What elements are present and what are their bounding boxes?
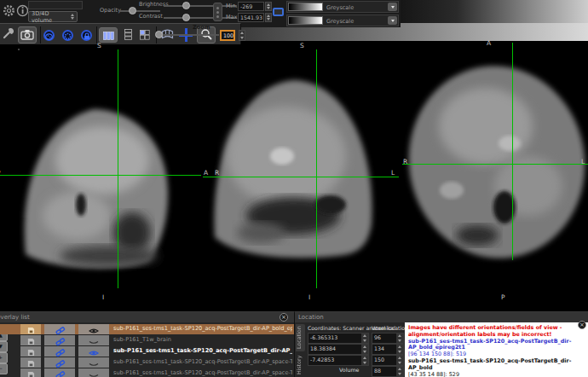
axial-crosshair-vertical[interactable] bbox=[512, 43, 513, 260]
location-panel: Location Location History Coordinates: S… bbox=[294, 311, 588, 377]
axial-brain-image bbox=[401, 41, 588, 311]
volume-field[interactable]: 88 bbox=[372, 366, 404, 377]
colormap-gradient-2 bbox=[288, 16, 323, 25]
zoom-spinner[interactable] bbox=[239, 30, 245, 41]
overlay-list-item[interactable]: sub-P161_ses-tms1_task-SP120_acq-PostTar… bbox=[0, 368, 294, 377]
coord-y-spinner[interactable] bbox=[361, 345, 368, 354]
contrast-label: Contrast bbox=[139, 13, 163, 20]
tab-history[interactable]: History bbox=[296, 353, 305, 377]
voxel-z-spinner[interactable] bbox=[396, 356, 403, 365]
overlay-list-item[interactable]: sub-P161_ses-tms1_task-SP120_acq-PostTar… bbox=[0, 357, 294, 368]
info-icon bbox=[16, 4, 29, 20]
overlay-name-combo[interactable]: sub-P161_ses-tms1_task-SP bbox=[28, 1, 83, 9]
volume-spinner[interactable] bbox=[396, 367, 403, 376]
voxel-x-value: 96 bbox=[372, 334, 396, 343]
overlay-type-label: 3D/4D volume bbox=[32, 10, 71, 24]
brightness-slider-thumb[interactable] bbox=[182, 2, 190, 9]
coronal-label-bottom: I bbox=[308, 293, 310, 301]
link-overlay-button[interactable] bbox=[44, 368, 75, 377]
overlay-list-item[interactable]: sub-P161_T1w_brain bbox=[0, 335, 294, 345]
coord-z-field[interactable]: -7.42853 bbox=[308, 355, 369, 366]
voxel-y-spinner[interactable] bbox=[396, 345, 403, 354]
sagittal-crosshair-vertical[interactable] bbox=[118, 49, 118, 288]
overlay-type-combo[interactable]: 3D/4D volume bbox=[28, 11, 78, 22]
coord-y-field[interactable]: 18.38384 bbox=[308, 344, 369, 355]
overlay-list-panel: Overlay list × ▲ ▼ + − sub-P161_ses-tms1… bbox=[0, 311, 294, 377]
sagittal-label-right: A bbox=[204, 169, 208, 177]
zoom-value-field[interactable]: 100 bbox=[220, 30, 235, 41]
link-display-range-toggle[interactable] bbox=[273, 8, 284, 16]
coord-z-spinner[interactable] bbox=[361, 356, 368, 365]
colormap-dropdown-1[interactable] bbox=[388, 3, 397, 11]
axial-label-bottom: P bbox=[501, 293, 505, 301]
sagittal-canvas[interactable] bbox=[0, 41, 201, 311]
overlay-list-item[interactable]: sub-P161_ses-tms1_task-SP120_acq-PostTar… bbox=[0, 346, 294, 357]
opacity-label: Opacity bbox=[100, 7, 121, 14]
eye-closed-icon bbox=[89, 366, 99, 377]
coord-x-spinner[interactable] bbox=[361, 334, 368, 343]
opacity-slider[interactable] bbox=[119, 10, 160, 12]
voxel-y-field[interactable]: 134 bbox=[372, 344, 404, 355]
lock-panel-button[interactable] bbox=[81, 30, 92, 41]
opacity-slider-thumb[interactable] bbox=[129, 7, 136, 14]
coord-x-value: -6.365313 bbox=[308, 334, 361, 343]
colormap-dropdown-2[interactable] bbox=[388, 16, 397, 25]
location-info-panel: Images have different orientations/field… bbox=[405, 322, 588, 377]
coronal-crosshair-horizontal[interactable] bbox=[203, 177, 399, 177]
colormap-row-2: Greyscale bbox=[286, 14, 399, 26]
axial-label-right: L bbox=[581, 158, 585, 165]
overlay-name-text: sub-P161_ses-tms1_task-SP120_acq-PostTar… bbox=[113, 358, 292, 365]
coord-x-field[interactable]: -6.365313 bbox=[308, 333, 369, 344]
overlay-name-text: sub-P161_ses-tms1_task-SP120_acq-PostTar… bbox=[113, 369, 292, 376]
close-icon[interactable]: × bbox=[280, 313, 288, 322]
overlay-info-button[interactable] bbox=[15, 5, 29, 19]
sagittal-label-bottom: I bbox=[102, 293, 104, 301]
max-spinner[interactable] bbox=[265, 13, 272, 22]
min-value-field[interactable]: -269 bbox=[238, 2, 264, 11]
coord-y-value: 18.38384 bbox=[308, 345, 361, 354]
voxel-z-field[interactable]: 150 bbox=[372, 355, 404, 366]
coord-z-value: -7.42853 bbox=[308, 356, 361, 365]
visibility-toggle[interactable] bbox=[78, 368, 109, 377]
contrast-slider-thumb[interactable] bbox=[182, 14, 190, 21]
max-value-field[interactable]: 1541.93 bbox=[238, 13, 264, 22]
coronal-label-right: L bbox=[391, 169, 395, 177]
zoom-slider[interactable] bbox=[156, 34, 219, 36]
coronal-crosshair-vertical[interactable] bbox=[316, 49, 317, 288]
overlay-name-text: sub-P161_T1w_brain bbox=[113, 336, 292, 343]
brightness-contrast-grip[interactable] bbox=[213, 3, 222, 21]
save-icon bbox=[27, 366, 35, 377]
save-overlay-button[interactable] bbox=[20, 368, 41, 377]
volume-label: Volume bbox=[339, 367, 359, 373]
axial-crosshair-horizontal[interactable] bbox=[402, 164, 588, 165]
axial-canvas[interactable] bbox=[401, 41, 588, 311]
overlay2-name-text: sub-P161_ses-tms1_task-SP120_acq-PostTar… bbox=[408, 358, 585, 372]
overlay-list-item[interactable]: sub-P161_ses-tms1_task-SP120_acq-PostTar… bbox=[0, 324, 294, 334]
voxel-x-field[interactable]: 96 bbox=[372, 333, 404, 344]
overlay-name-text: sub-P161_ses-tms1_task-SP120_acq-PostTar… bbox=[113, 325, 292, 332]
sagittal-brain-image bbox=[0, 41, 201, 311]
sagittal-crosshair-horizontal[interactable] bbox=[0, 175, 201, 176]
location-titlebar: Location bbox=[295, 312, 588, 322]
location-title: Location bbox=[298, 314, 324, 321]
overlay-list-title: Overlay list bbox=[0, 314, 30, 321]
volume-value: 88 bbox=[372, 367, 396, 376]
axial-label-top: A bbox=[487, 39, 491, 47]
overlay-settings-panel-button[interactable] bbox=[62, 30, 73, 41]
min-spinner[interactable] bbox=[265, 2, 272, 11]
fsleyes-window: sub-P161_ses-tms1_task-SP 3D/4D volume O… bbox=[0, 0, 588, 377]
overlay1-name-text: sub-P161_ses-tms1_task-SP120_acq-PostTar… bbox=[408, 339, 585, 352]
zoom-slider-thumb[interactable] bbox=[155, 31, 163, 38]
coronal-label-left: R bbox=[215, 169, 219, 177]
voxel-label: Voxel location bbox=[372, 325, 408, 331]
overlay-name-text: sub-P161_ses-tms1_task-SP120_acq-PostTar… bbox=[113, 347, 292, 354]
close-icon[interactable]: × bbox=[578, 321, 586, 329]
colormap-name-2: Greyscale bbox=[326, 18, 354, 25]
voxel-x-spinner[interactable] bbox=[396, 334, 403, 343]
zoom-label: Zoom bbox=[193, 24, 210, 31]
overlay-display-panel-button[interactable] bbox=[43, 30, 55, 41]
axial-label-left: R bbox=[403, 158, 407, 165]
orientation-warning-text: Images have different orientations/field… bbox=[408, 325, 585, 339]
tab-location[interactable]: Location bbox=[296, 324, 305, 351]
overlay-display-settings-button[interactable] bbox=[2, 5, 15, 19]
